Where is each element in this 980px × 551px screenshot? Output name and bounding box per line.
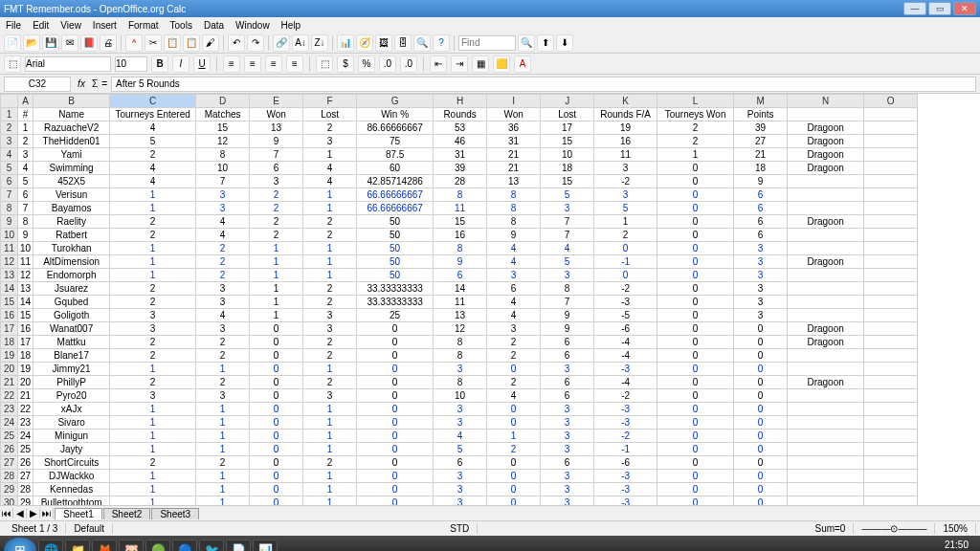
fontcolor-icon[interactable]: A — [514, 55, 531, 73]
cell[interactable]: 28 — [18, 483, 33, 496]
cell[interactable]: -4 — [594, 336, 657, 349]
cell[interactable]: 1 — [110, 443, 196, 456]
format-paint-icon[interactable]: 🖌 — [202, 34, 219, 52]
cell[interactable]: 19 — [18, 363, 33, 376]
cell[interactable]: 3 — [303, 389, 357, 403]
cell[interactable]: -3 — [594, 403, 657, 416]
cell[interactable]: -2 — [594, 282, 657, 296]
cell[interactable]: 31 — [434, 148, 487, 162]
cell[interactable]: 4 — [303, 162, 357, 175]
header-cell[interactable]: # — [18, 108, 33, 121]
cell[interactable]: Jsuarez — [33, 282, 110, 296]
cell[interactable]: 4 — [110, 162, 196, 175]
cell[interactable]: 0 — [657, 403, 734, 416]
row-header[interactable]: 28 — [1, 470, 18, 483]
cell[interactable]: 26 — [18, 456, 33, 470]
cell[interactable]: 1 — [196, 496, 250, 506]
row-header[interactable]: 8 — [1, 202, 18, 215]
sheet-tab[interactable]: Sheet2 — [103, 508, 151, 519]
cell[interactable]: 4 — [110, 121, 196, 135]
cell[interactable]: 1 — [303, 202, 357, 215]
taskbar-app-icon[interactable]: 📊 — [253, 540, 278, 551]
cell[interactable]: 2 — [110, 282, 196, 296]
cell[interactable]: 8 — [18, 215, 33, 229]
cell[interactable]: 3 — [196, 282, 250, 296]
font-name[interactable] — [25, 56, 111, 72]
sort-desc-icon[interactable]: Z↓ — [311, 34, 328, 52]
cell[interactable]: 1 — [110, 188, 196, 202]
row-header[interactable]: 1 — [1, 108, 18, 121]
cell[interactable]: -3 — [594, 363, 657, 376]
cell[interactable]: 3 — [734, 255, 788, 269]
cell[interactable]: 21 — [734, 148, 788, 162]
cell[interactable]: 1 — [196, 363, 250, 376]
cell[interactable]: 2 — [110, 229, 196, 242]
cell[interactable]: 1 — [110, 430, 196, 443]
cell[interactable]: 15 — [541, 175, 594, 188]
col-header[interactable]: N — [788, 95, 864, 108]
cell[interactable]: 0 — [357, 389, 434, 403]
cell[interactable]: 4 — [541, 242, 594, 255]
cell[interactable]: 11 — [434, 202, 487, 215]
cell[interactable]: Dragoon — [788, 376, 864, 389]
cell[interactable]: Goligoth — [33, 309, 110, 322]
row-header[interactable]: 13 — [1, 269, 18, 282]
cell[interactable] — [788, 296, 864, 309]
cell[interactable]: Turokhan — [33, 242, 110, 255]
cell[interactable]: 0 — [357, 349, 434, 363]
cell[interactable]: 0 — [657, 496, 734, 506]
cell[interactable]: Wanat007 — [33, 322, 110, 336]
cell[interactable]: 0 — [594, 242, 657, 255]
cell[interactable]: 0 — [487, 496, 541, 506]
cell[interactable]: xAJx — [33, 403, 110, 416]
bgcolor-icon[interactable]: 🟨 — [493, 55, 510, 73]
cell[interactable]: 2 — [196, 376, 250, 389]
cell[interactable]: 3 — [434, 470, 487, 483]
cell[interactable]: 0 — [657, 456, 734, 470]
cell[interactable]: 21 — [18, 389, 33, 403]
cell[interactable]: 27 — [18, 470, 33, 483]
cell[interactable]: 5 — [18, 175, 33, 188]
col-header[interactable]: C — [110, 95, 196, 108]
align-center-icon[interactable]: ≡ — [244, 55, 261, 73]
cell[interactable]: 0 — [657, 269, 734, 282]
cell[interactable]: 2 — [196, 269, 250, 282]
taskbar-app-icon[interactable]: 🐦 — [199, 540, 224, 551]
cell[interactable]: -6 — [594, 322, 657, 336]
cell[interactable]: 6 — [541, 456, 594, 470]
cell[interactable]: 0 — [357, 403, 434, 416]
cell[interactable]: 46 — [434, 135, 487, 148]
cell[interactable]: 1 — [250, 309, 303, 322]
cell[interactable]: 3 — [110, 389, 196, 403]
cell[interactable]: 2 — [487, 376, 541, 389]
cell[interactable]: 0 — [734, 416, 788, 430]
cell[interactable] — [788, 483, 864, 496]
cell[interactable]: Sivaro — [33, 416, 110, 430]
cell[interactable]: 6 — [734, 229, 788, 242]
cell[interactable]: 22 — [18, 403, 33, 416]
cell[interactable]: 0 — [657, 175, 734, 188]
cell[interactable]: 4 — [487, 389, 541, 403]
cell[interactable]: 1 — [110, 363, 196, 376]
align-justify-icon[interactable]: ≡ — [286, 55, 303, 73]
row-header[interactable]: 25 — [1, 430, 18, 443]
row-header[interactable]: 14 — [1, 282, 18, 296]
undo-icon[interactable]: ↶ — [228, 34, 245, 52]
row-header[interactable]: 16 — [1, 309, 18, 322]
cell[interactable]: 6 — [434, 456, 487, 470]
cell[interactable]: 1 — [303, 148, 357, 162]
cell[interactable]: 10 — [196, 162, 250, 175]
cell[interactable]: 0 — [734, 322, 788, 336]
cell[interactable]: 6 — [541, 376, 594, 389]
cell[interactable]: 7 — [541, 296, 594, 309]
cell[interactable]: 1 — [250, 282, 303, 296]
taskbar-app-icon[interactable]: 🐷 — [119, 540, 144, 551]
cell[interactable]: 0 — [657, 309, 734, 322]
indent-inc-icon[interactable]: ⇥ — [451, 55, 468, 73]
cell[interactable]: 18 — [18, 349, 33, 363]
formula-input[interactable] — [111, 77, 976, 92]
start-button[interactable]: ⊞ — [4, 538, 36, 551]
header-cell[interactable]: Matches — [196, 108, 250, 121]
header-cell[interactable]: Lost — [541, 108, 594, 121]
cell[interactable]: 0 — [357, 443, 434, 456]
